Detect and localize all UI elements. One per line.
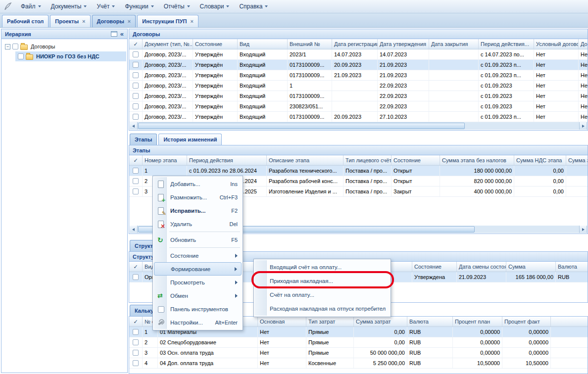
table-row[interactable]: 1с 01.09.2023 по 28.06.2024Разработка те… — [129, 166, 588, 176]
table-row[interactable]: Договор, 2023/...УтверждёнВходящий017310… — [129, 91, 588, 101]
column-header[interactable]: Период действия — [187, 155, 267, 165]
select-all-column-header[interactable]: ✓ — [129, 155, 143, 165]
tree-expander-icon[interactable]: − — [5, 44, 10, 49]
menu-item[interactable]: Расходная накладная на отпуск потребител… — [255, 302, 390, 316]
menu-item[interactable]: Состояние — [154, 249, 242, 262]
column-header[interactable]: Номер этапа — [143, 155, 187, 165]
tab[interactable]: Этапы — [130, 134, 157, 145]
tree-node-checkbox[interactable] — [12, 44, 18, 49]
table-row[interactable]: Договор, 2023/...УтверждёнВходящий017310… — [129, 112, 588, 122]
table-row[interactable]: 202 СпецоборудованиеНетПрямые0,00RUB0,00… — [129, 337, 588, 348]
menu-item[interactable]: Панель инструментов — [154, 302, 242, 316]
contracts-horizontal-scrollbar[interactable] — [130, 122, 587, 130]
table-row[interactable]: Договор, 2023/...УтверждёнВходящий2023/1… — [129, 49, 588, 60]
row-checkbox[interactable] — [133, 114, 139, 120]
menu-item[interactable]: Просмотреть — [154, 276, 242, 289]
column-header[interactable]: Сумма эт... — [566, 155, 588, 165]
scroll-left-button[interactable] — [130, 226, 138, 233]
menu-item[interactable]: Счёт на оплату... — [255, 288, 390, 302]
column-header[interactable]: Описание этапа — [267, 155, 343, 165]
column-header[interactable]: Сумма НДС этапа — [514, 155, 566, 165]
column-header[interactable]: Валюта — [407, 317, 453, 327]
tab-close-icon[interactable]: × — [191, 19, 194, 24]
column-header[interactable]: Процент факт — [502, 317, 551, 327]
menu-item[interactable]: Исправить...F2 — [154, 204, 242, 217]
menu-item[interactable]: ОбновитьF5 — [154, 233, 242, 246]
tab[interactable]: Рабочий стол — [2, 15, 49, 27]
table-row[interactable]: Договор, 2023/...УтверждёнВходящий017310… — [129, 70, 588, 81]
row-checkbox[interactable] — [133, 51, 139, 57]
menu-item[interactable]: Настройки...Alt+Enter — [154, 316, 242, 329]
select-all-column-header[interactable]: ✓ — [129, 39, 143, 49]
row-checkbox[interactable] — [133, 360, 139, 366]
row-checkbox[interactable] — [133, 72, 139, 78]
table-row[interactable]: Договор, 2023/...УтверждёнВходящий230823… — [129, 101, 588, 112]
menubar-item[interactable]: Словари — [195, 1, 235, 12]
column-header[interactable]: Внешний № — [288, 39, 332, 49]
menu-item[interactable]: Обмен — [154, 289, 242, 302]
column-header[interactable]: Состояние — [392, 155, 440, 165]
table-row[interactable]: Договор, 2023/...УтверждёнВходящий122.09… — [129, 81, 588, 91]
menubar-item[interactable]: Документы — [46, 1, 92, 12]
menubar-item[interactable]: Функции — [120, 1, 158, 12]
column-header[interactable]: Дата регистрации — [332, 39, 378, 49]
column-header[interactable]: Состояние — [193, 39, 238, 49]
collapse-panel-icon[interactable]: « — [120, 31, 124, 37]
menu-item[interactable]: УдалитьDel — [154, 217, 242, 231]
select-all-column-header[interactable]: ✓ — [129, 317, 143, 327]
column-header[interactable]: Основная — [258, 317, 306, 327]
column-header[interactable]: Тип лицевого счёт — [343, 155, 392, 165]
tab[interactable]: Проекты× — [50, 15, 90, 27]
row-checkbox[interactable] — [133, 93, 139, 99]
columns-view-icon[interactable] — [111, 31, 117, 37]
row-checkbox[interactable] — [133, 103, 139, 109]
column-header[interactable]: Период действия... — [479, 39, 534, 49]
row-checkbox[interactable] — [133, 350, 139, 356]
row-checkbox[interactable] — [133, 168, 139, 174]
menu-item[interactable]: Размножить...Ctrl+F3 — [154, 190, 242, 204]
menu-item[interactable]: Приходная накладная... — [255, 274, 390, 288]
scroll-left-button[interactable] — [130, 122, 138, 130]
menu-item[interactable]: Входящий счёт на оплату... — [255, 260, 390, 274]
tab[interactable]: История изменений — [158, 134, 222, 145]
row-checkbox[interactable] — [133, 178, 139, 184]
tree-node-checkbox[interactable] — [18, 53, 24, 59]
row-checkbox[interactable] — [133, 274, 139, 280]
menubar-item[interactable]: Файл — [16, 1, 46, 12]
column-header[interactable]: Дата утверждения — [378, 39, 429, 49]
row-checkbox[interactable] — [133, 62, 139, 68]
tab[interactable]: Договоры× — [92, 15, 136, 27]
scrollbar-thumb[interactable] — [138, 123, 465, 129]
column-header[interactable]: Сумма — [506, 262, 556, 272]
table-row[interactable]: Договор, 2023/...УтверждёнВходящий017310… — [129, 60, 588, 70]
menubar-item[interactable]: Отчёты — [159, 1, 195, 12]
column-header[interactable]: Дата закрытия — [429, 39, 479, 49]
column-header[interactable]: Условный договор — [534, 39, 579, 49]
tree-node[interactable]: НИОКР по ГОЗ без НДС — [15, 51, 126, 61]
select-all-column-header[interactable]: ✓ — [129, 262, 143, 272]
row-checkbox[interactable] — [133, 188, 139, 194]
scroll-right-button[interactable] — [579, 226, 587, 233]
menu-item[interactable]: Формирование — [154, 262, 242, 276]
column-header[interactable]: Дата смены состоя... — [457, 262, 506, 272]
menu-item[interactable]: Добавить...Ins — [154, 177, 242, 190]
row-checkbox[interactable] — [133, 329, 139, 335]
column-header[interactable]: Тип затрат — [306, 317, 354, 327]
column-header[interactable]: Сумма затрат — [354, 317, 407, 327]
table-row[interactable]: 404 Доп. оплата трудаНетКосвенные5 250 0… — [129, 358, 588, 369]
menubar-item[interactable]: Учёт — [92, 1, 120, 12]
menubar-item[interactable]: Справка — [234, 1, 273, 12]
column-header[interactable]: Процент план — [453, 317, 502, 327]
column-header[interactable]: До... — [579, 39, 588, 49]
tab[interactable]: Инструкции ПУП× — [137, 15, 198, 27]
column-header[interactable]: Состояние — [412, 262, 457, 272]
tab-close-icon[interactable]: × — [82, 19, 85, 24]
row-checkbox[interactable] — [133, 83, 139, 89]
tab-close-icon[interactable]: × — [128, 19, 131, 24]
scroll-right-button[interactable] — [579, 122, 587, 130]
column-header[interactable]: Документ (тип, №... — [143, 39, 193, 49]
column-header[interactable]: Вид — [238, 39, 288, 49]
column-header[interactable]: Валюта — [556, 262, 588, 272]
column-header[interactable]: Сумма этапа без налогов — [440, 155, 514, 165]
tree-node[interactable]: −Договоры — [2, 42, 126, 51]
